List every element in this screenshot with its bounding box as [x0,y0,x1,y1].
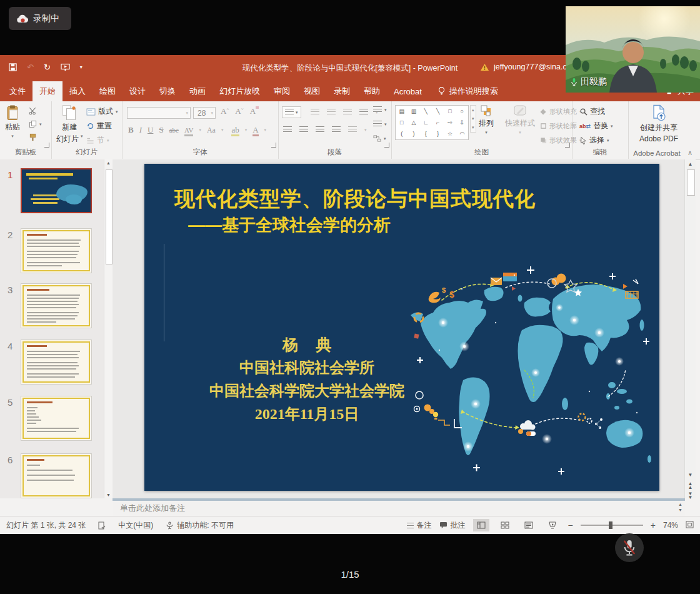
align-left-icon[interactable] [283,126,292,133]
align-right-icon[interactable] [316,126,324,133]
tab-视图[interactable]: 视图 [297,81,327,101]
section-button[interactable]: 节▾ [86,135,109,146]
font-size-combobox[interactable]: 28▾ [193,107,216,119]
tell-me-search[interactable]: 操作说明搜索 [438,81,498,101]
slide-thumbnail-1[interactable] [21,168,92,213]
tab-设计[interactable]: 设计 [122,81,152,101]
columns-icon[interactable] [348,126,357,133]
shape-option[interactable]: ╲ [424,109,428,114]
shape-option[interactable]: □ [448,109,451,114]
view-reading-button[interactable] [521,519,537,531]
shape-option[interactable]: ( [401,131,402,137]
cut-button[interactable] [29,107,37,115]
shape-option[interactable]: □ [400,120,403,126]
accessibility-status[interactable]: 辅助功能: 不可用 [166,520,234,531]
align-center-icon[interactable] [299,126,308,133]
shape-option[interactable]: ◠ [459,131,464,137]
next-slide-button[interactable]: ▼▼ [685,492,696,500]
slide-counter[interactable]: 幻灯片 第 1 张, 共 24 张 [6,520,86,531]
font-name-combobox[interactable]: ▾ [127,107,191,119]
numbering-icon[interactable] [311,109,319,116]
notes-pane[interactable]: 单击此处添加备注 ▲▼ [112,501,685,516]
tab-文件[interactable]: 文件 [2,81,32,101]
highlight-color-button[interactable]: ab [231,125,239,135]
decrease-indent-icon[interactable] [327,109,336,116]
recording-indicator[interactable]: 录制中 [9,7,71,30]
mic-muted-button[interactable] [615,533,644,562]
vertical-scrollbar[interactable]: ▲ ▼ ▲▲ ▼▼ [684,159,696,498]
format-painter-button[interactable] [29,133,37,141]
increase-indent-icon[interactable] [343,109,352,116]
character-spacing-button[interactable]: AV [184,125,193,135]
view-slide-sorter-button[interactable] [497,519,513,531]
account-info[interactable]: jeffyoung777@sina.co [480,63,574,71]
paragraph-dialog-launcher[interactable] [384,143,389,148]
slide-thumbnail-5[interactable] [21,396,92,441]
notes-toggle[interactable]: 备注 [407,520,432,531]
select-button[interactable]: 选择▾ [579,135,609,146]
bold-button[interactable]: B [128,125,134,135]
tab-帮助[interactable]: 帮助 [357,81,387,101]
slide-thumbnail-3[interactable] [21,283,92,328]
comments-toggle[interactable]: 批注 [439,520,466,531]
shape-option[interactable]: ╲ [436,109,439,114]
shape-option[interactable]: ∟ [423,120,429,126]
notes-scroll-arrows[interactable]: ▲▼ [678,502,682,512]
spell-check-icon[interactable] [98,521,106,530]
previous-slide-button[interactable]: ▲▲ [685,482,696,490]
zoom-out-button[interactable]: − [568,520,573,530]
shape-option[interactable]: ⇨ [448,120,452,126]
fit-to-window-button[interactable] [686,521,694,530]
italic-button[interactable]: I [139,125,142,135]
tab-录制[interactable]: 录制 [327,81,357,101]
quick-styles-button[interactable]: 快速样式▾ [505,104,535,135]
slide-thumbnail-6[interactable] [21,453,92,498]
shrink-font-button[interactable]: A˅ [235,106,243,116]
clear-formatting-button[interactable]: A [250,106,256,116]
tab-绘图[interactable]: 绘图 [92,81,122,101]
shape-option[interactable]: ○ [461,109,464,114]
align-text-button[interactable]: ▾ [373,121,387,128]
slide-thumbnail-2[interactable] [21,228,92,273]
scroll-up-icon[interactable]: ▲ [685,161,696,167]
view-slideshow-button[interactable] [544,519,561,531]
tab-动画[interactable]: 动画 [182,81,212,101]
zoom-in-button[interactable]: + [651,520,656,530]
tab-开始[interactable]: 开始 [32,81,62,101]
find-button[interactable]: 查找 [579,106,605,117]
zoom-slider-handle[interactable] [609,521,612,529]
replace-button[interactable]: ab⇄ 替换▾ [579,121,613,131]
text-shadow-button[interactable]: abc [169,126,179,134]
zoom-slider[interactable] [581,525,643,526]
grow-font-button[interactable]: A˄ [221,106,229,116]
drawing-dialog-launcher[interactable] [565,143,570,148]
copy-button[interactable]: ▾ [29,120,42,128]
arrange-button[interactable]: 排列▾ [479,104,494,135]
underline-button[interactable]: U [148,125,153,135]
font-dialog-launcher[interactable] [271,143,276,148]
shape-option[interactable]: ⌐ [436,120,439,126]
participant-video[interactable]: 田毅鹏 [566,6,700,93]
tab-Acrobat[interactable]: Acrobat [387,81,429,101]
shapes-gallery-scroll[interactable]: ▴▾▾ [470,105,476,133]
language-status[interactable]: 中文(中国) [118,520,153,531]
change-case-button[interactable]: Aa [207,126,216,135]
tab-插入[interactable]: 插入 [62,81,92,101]
text-direction-button[interactable]: ▾ [373,106,387,113]
scroll-down-icon[interactable]: ▼ [685,472,696,478]
thumbnail-panel-scrollbar[interactable]: ▲ ▼ [104,159,112,498]
shape-option[interactable]: ) [412,131,414,137]
line-spacing-icon[interactable] [359,109,368,116]
tab-幻灯片放映[interactable]: 幻灯片放映 [212,81,267,101]
shape-option[interactable]: ▤ [399,109,404,114]
view-normal-button[interactable] [473,519,489,531]
create-pdf-button[interactable]: 创建并共享 Adobe PDF [639,104,678,143]
zoom-percentage[interactable]: 74% [663,521,678,530]
shapes-gallery[interactable]: ▤▥╲╲□○□△∟⌐⇨⇩(){}☆◠ [395,105,469,140]
layout-button[interactable]: 版式▾ [86,106,118,117]
shape-option[interactable]: } [437,131,439,137]
shape-option[interactable]: ⇩ [460,120,465,126]
slide-thumbnail-4[interactable] [21,340,92,385]
shape-option[interactable]: ▥ [411,109,417,114]
shape-option[interactable]: △ [412,120,416,126]
